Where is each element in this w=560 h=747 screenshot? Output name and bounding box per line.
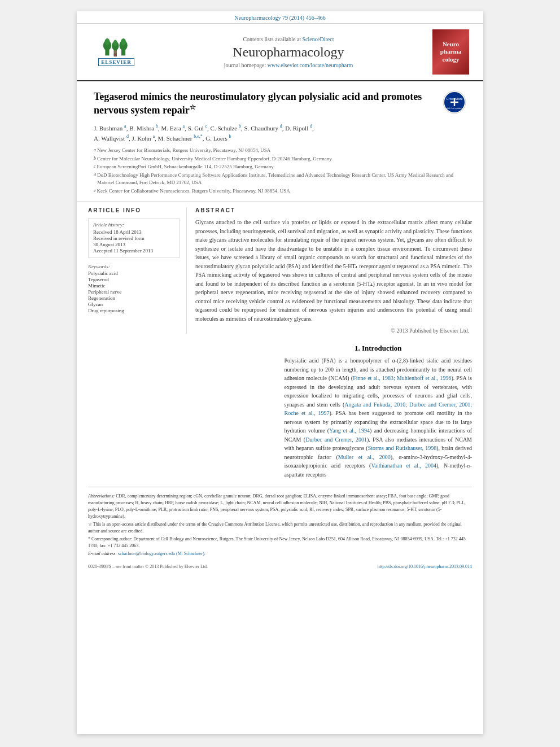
article-page: Neuropharmacology 79 (2014) 456–466	[77, 11, 483, 734]
footnotes-area: Abbreviations: CDR, complementary determ…	[77, 490, 483, 561]
journal-bottom-bar: 0028-3908/$ – see front matter © 2013 Pu…	[77, 561, 483, 571]
affil-d: d DoD Biotechnology High Performance Com…	[94, 172, 466, 187]
yang-ref-link[interactable]: Yang et al., 1994	[329, 427, 370, 434]
article-info-header: ARTICLE INFO	[88, 207, 180, 213]
elsevier-logo: ELSEVIER	[94, 38, 139, 66]
intro-two-col: 1. Introduction Polysialic acid (PSA) is…	[88, 344, 472, 479]
angata-ref-link[interactable]: Angata and Fukuda, 2010; Durbec and Crem…	[285, 401, 473, 417]
affil-b-text: Center for Molecular Neurobiology, Unive…	[97, 155, 332, 163]
history-label: Article history:	[93, 222, 174, 228]
intro-left-col	[88, 344, 276, 479]
abstract-text: Glycans attached to the cell surface via…	[195, 218, 472, 323]
svg-point-9	[113, 50, 116, 53]
doi-link[interactable]: http://dx.doi.org/10.1016/j.neuropharm.2…	[378, 564, 472, 569]
keywords-label: Keywords:	[88, 264, 180, 269]
corresponding-author-footnote: * Corresponding author: Department of Ce…	[88, 536, 472, 549]
affil-e-text: Keck Center for Collaborative Neuroscien…	[97, 187, 290, 195]
svg-point-2	[104, 38, 110, 46]
received-date: Received 18 April 2013	[93, 229, 174, 235]
email-footnote: E-mail address: schachner@biology.rutger…	[88, 551, 472, 557]
accepted-date: Accepted 11 September 2013	[93, 248, 174, 254]
journal-cover: Neuropharmacology	[432, 29, 469, 75]
affil-e: e Keck Center for Collaborative Neurosci…	[94, 187, 466, 195]
crossmark-icon: CrossMark click for updates	[443, 90, 466, 114]
affil-c: c European ScreeningPort GmbH, Schnacken…	[94, 163, 466, 171]
journal-header-center: Contents lists available at ScienceDirec…	[150, 36, 427, 68]
finne-ref-link[interactable]: Finne et al., 1983; Muhlenhoff et al., 1…	[353, 375, 451, 381]
muller-ref-link[interactable]: Muller et al., 2000	[338, 454, 391, 460]
abbreviations-footnote: Abbreviations: CDR, complementary determ…	[88, 493, 472, 520]
journal-cover-image: Neuropharmacology	[432, 29, 472, 75]
issn-text: 0028-3908/$ – see front matter © 2013 Pu…	[88, 564, 208, 569]
article-info-column: ARTICLE INFO Article history: Received 1…	[88, 207, 187, 334]
abstract-header: ABSTRACT	[195, 207, 472, 213]
elsevier-logo-area: ELSEVIER	[88, 38, 145, 66]
crossmark-badge: CrossMark click for updates	[443, 90, 466, 116]
svg-point-5	[113, 40, 117, 46]
journal-ref-text: Neuropharmacology 79 (2014) 456–466	[234, 15, 325, 21]
copyright-line: © 2013 Published by Elsevier Ltd.	[195, 327, 472, 334]
storms-ref-link[interactable]: Storms and Rutishauser, 1998	[368, 445, 437, 451]
introduction-section: 1. Introduction Polysialic acid (PSA) is…	[77, 339, 483, 484]
abbrev-text: CDR, complementary determining region; c…	[88, 493, 466, 519]
email-label: E-mail address:	[88, 551, 117, 556]
sciencedirect-line: Contents lists available at ScienceDirec…	[150, 36, 427, 42]
keyword-4: Peripheral nerve	[88, 289, 180, 295]
intro-text: Polysialic acid (PSA) is a homopolymer o…	[285, 356, 473, 479]
cover-journal-label: Neuropharmacology	[440, 41, 461, 63]
vaith-ref-link[interactable]: Vaithianathan et al., 2004	[371, 462, 436, 469]
keyword-5: Regeneration	[88, 295, 180, 301]
keyword-7: Drug repurposing	[88, 308, 180, 313]
svg-point-8	[121, 38, 126, 46]
keywords-section: Keywords: Polysialic acid Tegaserod Mime…	[88, 264, 180, 313]
homepage-link[interactable]: www.elsevier.com/locate/neuropharm	[268, 62, 353, 68]
email-link[interactable]: schachner@biology.rutgers.edu (M. Schach…	[118, 551, 205, 556]
affil-a: a New Jersey Center for Biomaterials, Ru…	[94, 147, 466, 155]
abstract-column: ABSTRACT Glycans attached to the cell su…	[195, 207, 472, 334]
keyword-2: Tegaserod	[88, 277, 180, 282]
svg-text:click for updates: click for updates	[447, 107, 463, 110]
footnote-separator	[88, 487, 472, 487]
contents-list-text: Contents lists available at	[243, 36, 300, 42]
open-access-footnote: ☆ This is an open-access article distrib…	[88, 521, 472, 535]
elsevier-wordmark: ELSEVIER	[98, 58, 134, 66]
corresponding-text: * Corresponding author: Department of Ce…	[88, 536, 466, 548]
article-title-section: Tegaserod mimics the neurostimulatory gl…	[77, 81, 483, 202]
top-ref-bar: Neuropharmacology 79 (2014) 456–466	[77, 11, 483, 24]
affil-c-text: European ScreeningPort GmbH, Schnackenbu…	[97, 163, 274, 171]
keyword-6: Glycan	[88, 302, 180, 307]
title-star: ☆	[190, 103, 196, 111]
affil-d-text: DoD Biotechnology High Performance Compu…	[97, 172, 466, 187]
article-history-box: Article history: Received 18 April 2013 …	[88, 218, 180, 258]
article-info-abstract: ARTICLE INFO Article history: Received 1…	[77, 202, 483, 339]
keyword-1: Polysialic acid	[88, 270, 180, 276]
journal-title: Neuropharmacology	[150, 45, 427, 60]
sciencedirect-link[interactable]: ScienceDirect	[302, 36, 334, 42]
durbec-ref-link[interactable]: Durbec and Cremer, 2001	[305, 436, 367, 443]
received-revised-label: Received in revised form	[93, 235, 174, 241]
journal-homepage: journal homepage: www.elsevier.com/locat…	[150, 62, 427, 68]
open-access-text: ☆ This is an open-access article distrib…	[88, 522, 461, 534]
homepage-label: journal homepage:	[224, 62, 268, 68]
title-text: Tegaserod mimics the neurostimulatory gl…	[94, 91, 422, 116]
affiliations-list: a New Jersey Center for Biomaterials, Ru…	[94, 147, 466, 195]
received-revised-date: 30 August 2013	[93, 242, 174, 247]
elsevier-tree-icon	[101, 38, 132, 57]
svg-rect-10	[113, 54, 116, 56]
affil-b: b Center for Molecular Neurobiology, Uni…	[94, 155, 466, 163]
keyword-3: Mimetic	[88, 283, 180, 289]
authors-line: J. Bushman a, B. Mishra b, M. Ezra a, S.…	[94, 123, 466, 144]
intro-section-title: 1. Introduction	[285, 344, 473, 353]
abbrev-label: Abbreviations:	[88, 493, 115, 499]
intro-right-col: 1. Introduction Polysialic acid (PSA) is…	[285, 344, 473, 479]
article-title: Tegaserod mimics the neurostimulatory gl…	[94, 90, 437, 117]
journal-header: ELSEVIER Contents lists available at Sci…	[77, 24, 483, 81]
affil-a-text: New Jersey Center for Biomaterials, Rutg…	[97, 147, 270, 155]
